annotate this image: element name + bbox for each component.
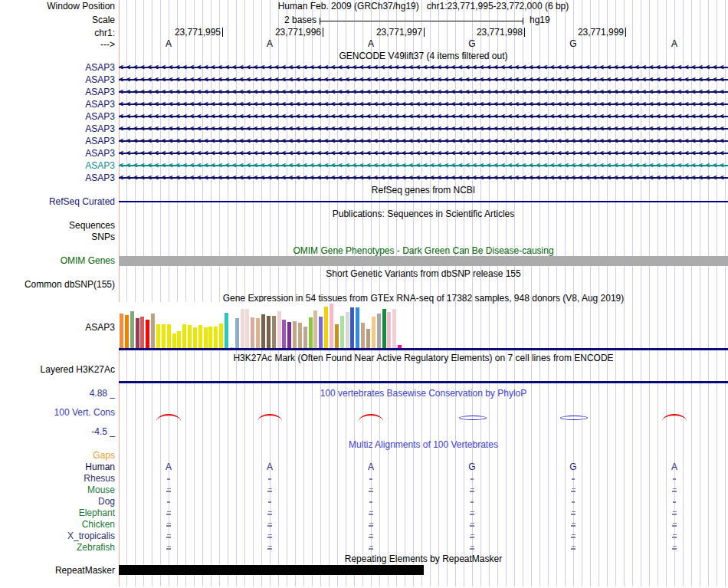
gtex-expression-bar[interactable] <box>188 325 192 349</box>
multiz-species-label[interactable]: Zebrafish <box>0 542 115 553</box>
gtex-expression-bar[interactable] <box>167 324 171 349</box>
track-label-repeatmasker[interactable]: RepeatMasker <box>0 565 115 576</box>
gtex-expression-bar[interactable] <box>372 317 375 349</box>
gtex-expression-bar[interactable] <box>198 325 202 349</box>
gtex-expression-bar[interactable] <box>287 322 291 349</box>
phylop-dip-lens[interactable] <box>459 416 487 420</box>
track-label-publications-sequences[interactable]: Sequences <box>0 220 115 231</box>
gencode-transcript[interactable]: <<<<<<<<<<<<<<<<<<<<<<<<<<<<<<<<<<<<<<<<… <box>119 135 728 147</box>
gtex-expression-bar[interactable] <box>261 314 265 349</box>
track-label-layered-h3k27ac[interactable]: Layered H3K27Ac <box>0 364 115 375</box>
gencode-transcript-label[interactable]: ASAP3 <box>0 172 115 183</box>
gencode-transcript-label[interactable]: ASAP3 <box>0 74 115 85</box>
refseq-curated-gene-line[interactable] <box>119 201 728 202</box>
track-display-area[interactable]: Human Feb. 2009 (GRCh37/hg19) chr1:23,77… <box>119 0 728 586</box>
gtex-expression-bar[interactable] <box>377 314 381 349</box>
gtex-expression-bar[interactable] <box>225 313 228 349</box>
gtex-expression-bar[interactable] <box>214 327 218 349</box>
gencode-transcript[interactable]: <<<<<<<<<<<<<<<<<<<<<<<<<<<<<<<<<<<<<<<<… <box>119 147 728 159</box>
multiz-species-label[interactable]: Rhesus <box>0 473 115 484</box>
gencode-transcript-label[interactable]: ASAP3 <box>0 160 115 171</box>
gtex-expression-bar[interactable] <box>387 312 391 349</box>
track-label-publications-snps[interactable]: SNPs <box>0 232 115 242</box>
gtex-expression-bar[interactable] <box>267 316 271 349</box>
gtex-expression-bar[interactable] <box>204 327 208 349</box>
track-label-refseq-curated[interactable]: RefSeq Curated <box>0 196 115 207</box>
multiz-species-label[interactable]: Elephant <box>0 508 115 518</box>
gtex-expression-bar[interactable] <box>193 327 197 349</box>
gtex-expression-bar[interactable] <box>366 329 370 349</box>
gtex-expression-bar[interactable] <box>172 333 176 349</box>
gtex-expression-chart[interactable] <box>119 302 405 349</box>
gtex-expression-bar[interactable] <box>177 331 181 349</box>
gtex-expression-bar[interactable] <box>313 310 317 349</box>
gtex-expression-bar[interactable] <box>382 309 386 349</box>
gtex-expression-bar[interactable] <box>392 309 396 349</box>
gtex-expression-bar[interactable] <box>309 317 313 349</box>
multiz-species-label[interactable]: Mouse <box>0 485 115 495</box>
gencode-transcript-label[interactable]: ASAP3 <box>0 87 115 97</box>
gtex-expression-bar[interactable] <box>324 307 328 349</box>
gencode-transcript-label[interactable]: ASAP3 <box>0 111 115 122</box>
gtex-expression-bar[interactable] <box>293 321 297 349</box>
multiz-species-label[interactable]: Dog <box>0 496 115 507</box>
multiz-species-label[interactable]: Human <box>0 462 115 472</box>
gencode-transcript-label[interactable]: ASAP3 <box>0 62 115 73</box>
gtex-expression-bar[interactable] <box>361 323 365 349</box>
gtex-expression-bar[interactable] <box>140 317 144 349</box>
track-label-common-dbsnp[interactable]: Common dbSNP(155) <box>0 279 115 290</box>
gtex-expression-bar[interactable] <box>156 324 160 349</box>
gencode-transcript-label[interactable]: ASAP3 <box>0 123 115 134</box>
gtex-expression-bar[interactable] <box>130 311 134 349</box>
phylop-peak-arc[interactable] <box>257 414 282 422</box>
gtex-expression-bar[interactable] <box>298 323 302 349</box>
h3k27ac-baseline[interactable] <box>119 381 728 383</box>
gencode-transcript[interactable]: <<<<<<<<<<<<<<<<<<<<<<<<<<<<<<<<<<<<<<<<… <box>119 74 728 86</box>
gtex-expression-bar[interactable] <box>241 309 244 349</box>
gtex-expression-bar[interactable] <box>219 324 223 349</box>
gtex-expression-bar[interactable] <box>282 320 286 349</box>
multiz-species-label[interactable]: Chicken <box>0 519 115 530</box>
gtex-expression-bar[interactable] <box>146 320 149 349</box>
gencode-transcript-label[interactable]: ASAP3 <box>0 148 115 159</box>
gencode-transcript[interactable]: <<<<<<<<<<<<<<<<<<<<<<<<<<<<<<<<<<<<<<<<… <box>119 61 728 74</box>
multiz-species-label[interactable]: X_tropicalis <box>0 531 115 541</box>
gtex-expression-bar[interactable] <box>251 317 254 349</box>
gtex-expression-bar[interactable] <box>330 304 333 349</box>
multiz-species-label[interactable]: Gaps <box>0 450 115 461</box>
gtex-expression-bar[interactable] <box>125 315 129 349</box>
gtex-expression-bar[interactable] <box>162 324 166 349</box>
gtex-expression-bar[interactable] <box>340 316 344 349</box>
gtex-expression-bar[interactable] <box>245 309 249 349</box>
gtex-expression-bar[interactable] <box>136 318 139 349</box>
track-label-omim-genes[interactable]: OMIM Genes <box>0 255 115 266</box>
gtex-expression-bar[interactable] <box>208 327 212 349</box>
gtex-expression-bar[interactable] <box>182 324 186 349</box>
gtex-expression-bar[interactable] <box>256 318 260 349</box>
phylop-peak-arc[interactable] <box>359 414 383 422</box>
gencode-transcript-label[interactable]: ASAP3 <box>0 136 115 146</box>
gtex-expression-bar[interactable] <box>356 307 359 349</box>
gtex-expression-bar[interactable] <box>120 314 123 349</box>
gencode-transcript-label[interactable]: ASAP3 <box>0 99 115 110</box>
gencode-transcript[interactable]: <<<<<<<<<<<<<<<<<<<<<<<<<<<<<<<<<<<<<<<<… <box>119 159 728 172</box>
gencode-transcript[interactable]: <<<<<<<<<<<<<<<<<<<<<<<<<<<<<<<<<<<<<<<<… <box>119 172 728 184</box>
gtex-expression-bar[interactable] <box>346 312 349 349</box>
omim-gene-bar[interactable] <box>119 256 728 266</box>
gencode-transcript[interactable]: <<<<<<<<<<<<<<<<<<<<<<<<<<<<<<<<<<<<<<<<… <box>119 123 728 135</box>
phylop-peak-arc[interactable] <box>662 414 687 422</box>
gtex-expression-bar[interactable] <box>235 318 239 349</box>
gencode-transcript[interactable]: <<<<<<<<<<<<<<<<<<<<<<<<<<<<<<<<<<<<<<<<… <box>119 110 728 123</box>
phylop-peak-arc[interactable] <box>156 414 181 422</box>
gencode-transcript[interactable]: <<<<<<<<<<<<<<<<<<<<<<<<<<<<<<<<<<<<<<<<… <box>119 98 728 110</box>
gtex-expression-bar[interactable] <box>335 324 339 349</box>
gtex-expression-bar[interactable] <box>272 316 276 349</box>
gtex-expression-bar[interactable] <box>303 327 307 349</box>
track-label-gtex-gene[interactable]: ASAP3 <box>0 322 115 333</box>
gtex-expression-bar[interactable] <box>350 307 354 349</box>
repeatmasker-element-bar[interactable] <box>119 565 424 575</box>
phylop-dip-lens[interactable] <box>560 416 588 420</box>
gencode-transcript[interactable]: <<<<<<<<<<<<<<<<<<<<<<<<<<<<<<<<<<<<<<<<… <box>119 86 728 98</box>
gtex-expression-bar[interactable] <box>277 311 281 349</box>
track-label-100-vert-cons[interactable]: 100 Vert. Cons <box>0 407 115 418</box>
